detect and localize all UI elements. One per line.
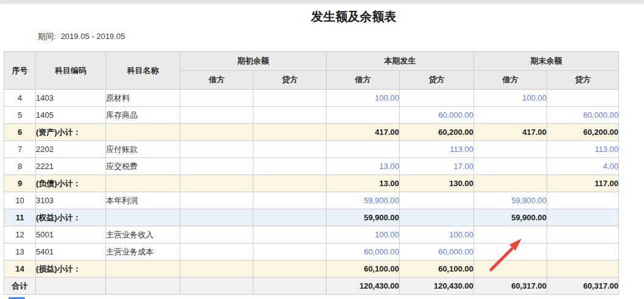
cell-ending-credit <box>547 226 619 243</box>
cell-current-debit-link[interactable]: 13.00 <box>327 158 400 175</box>
cell-code: 5401 <box>36 243 106 261</box>
cell-ending-debit: 60,317.00 <box>474 278 547 295</box>
table-row-10: 10 3103 本年利润 59,900.00 59,900.00 <box>4 192 619 209</box>
cell-current-debit: 120,430.00 <box>327 278 400 295</box>
cell-code: 2221 <box>36 158 106 175</box>
cell-opening-credit <box>253 226 327 243</box>
cell-opening-credit <box>253 141 327 158</box>
cell-current-credit-link[interactable]: 60,000.00 <box>400 107 474 124</box>
cell-seq: 4 <box>4 90 36 107</box>
report-page: 发生额及余额表 期间:2019.05 - 2019.05 序号 科目编码 科目名… <box>0 0 644 299</box>
cell-current-credit <box>400 209 474 226</box>
cell-seq: 5 <box>4 107 36 124</box>
cell-current-debit-link[interactable]: 59,900.00 <box>327 192 400 209</box>
cell-code: 2202 <box>36 141 106 158</box>
col-header-ending-credit: 贷方 <box>547 71 619 90</box>
cell-name <box>106 124 180 141</box>
cell-name: 原材料 <box>106 90 180 107</box>
cell-name <box>106 209 180 226</box>
cell-opening-credit <box>253 90 327 107</box>
cell-ending-credit <box>547 192 619 209</box>
cell-opening-credit <box>253 158 327 175</box>
cell-opening-debit <box>180 90 253 107</box>
cell-current-credit-link[interactable]: 113.00 <box>400 141 474 158</box>
cell-ending-debit <box>474 175 547 192</box>
col-group-ending-balance: 期末余额 <box>474 52 619 71</box>
col-header-opening-debit: 借方 <box>180 71 253 90</box>
table-row-4: 4 1403 原材料 100.00 100.00 <box>4 90 619 107</box>
col-header-seq: 序号 <box>4 52 36 90</box>
cell-ending-credit <box>547 90 619 107</box>
cell-current-debit: 59,900.00 <box>327 209 400 226</box>
cell-ending-credit: 60,200.00 <box>547 124 619 141</box>
cell-current-credit-link[interactable]: 60,000.00 <box>400 243 474 261</box>
cell-ending-debit <box>474 226 547 243</box>
cell-current-debit: 60,100.00 <box>327 261 400 278</box>
cell-name <box>106 278 180 295</box>
grand-total-row: 合计 120,430.00 120,430.00 60,317.00 60,31… <box>4 278 619 295</box>
cell-seq: 7 <box>4 141 36 158</box>
period-label: 期间: <box>38 32 56 41</box>
cell-current-debit-link[interactable]: 100.00 <box>327 90 400 107</box>
col-header-opening-credit: 贷方 <box>253 71 327 90</box>
cell-current-credit-link[interactable]: 100.00 <box>400 226 474 243</box>
cell-opening-debit <box>180 192 253 209</box>
cell-opening-debit <box>180 124 253 141</box>
period-line: 期间:2019.05 - 2019.05 <box>38 31 125 42</box>
cell-opening-debit <box>180 209 253 226</box>
cell-ending-credit-link[interactable]: 4.00 <box>547 158 619 175</box>
cell-name: 主营业务收入 <box>106 226 180 243</box>
cell-current-debit <box>327 141 400 158</box>
cell-opening-credit <box>253 175 327 192</box>
table-row-13: 13 5401 主营业务成本 60,000.00 60,000.00 <box>4 243 619 261</box>
cell-ending-credit: 117.00 <box>547 175 619 192</box>
subtotal-row-liabilities: 9 (负债)小计： 13.00 130.00 117.00 <box>4 175 619 192</box>
cell-ending-credit: 60,317.00 <box>547 278 619 295</box>
cell-seq: 8 <box>4 158 36 175</box>
cell-code <box>36 278 106 295</box>
cell-seq: 11 <box>4 209 36 226</box>
cell-current-debit: 13.00 <box>327 175 400 192</box>
cell-current-credit <box>400 90 474 107</box>
cell-ending-debit: 59,900.00 <box>474 209 547 226</box>
cell-current-debit-link[interactable]: 60,000.00 <box>327 243 400 261</box>
cell-ending-credit-link[interactable]: 113.00 <box>547 141 619 158</box>
col-header-ending-debit: 借方 <box>474 71 547 90</box>
cell-code: 3103 <box>36 192 106 209</box>
table-row-8: 8 2221 应交税费 13.00 17.00 4.00 <box>4 158 619 175</box>
cell-seq: 14 <box>4 261 36 278</box>
cell-ending-debit-link[interactable]: 100.00 <box>474 90 547 107</box>
cell-code: 1405 <box>36 107 106 124</box>
cell-code: 1403 <box>36 90 106 107</box>
subtotal-row-equity: 11 (权益)小计： 59,900.00 59,900.00 <box>4 209 619 226</box>
col-header-name: 科目名称 <box>106 52 180 90</box>
cell-ending-credit-link[interactable]: 60,000.00 <box>547 107 619 124</box>
cell-opening-credit <box>253 243 327 261</box>
cell-current-credit: 60,200.00 <box>400 124 474 141</box>
cell-ending-debit <box>474 107 547 124</box>
cell-opening-debit <box>180 158 253 175</box>
cell-opening-credit <box>253 124 327 141</box>
cell-code: 5001 <box>36 226 106 243</box>
cell-current-credit-link[interactable]: 17.00 <box>400 158 474 175</box>
cell-subtotal-label: (权益)小计： <box>36 209 106 226</box>
toolbar-bottom-edge <box>0 0 644 3</box>
cell-name: 库存商品 <box>106 107 180 124</box>
cell-name <box>106 261 180 278</box>
cell-current-debit-link[interactable]: 100.00 <box>327 226 400 243</box>
cell-ending-debit: 417.00 <box>474 124 547 141</box>
cell-opening-debit <box>180 175 253 192</box>
cell-opening-credit <box>253 107 327 124</box>
cell-current-credit: 120,430.00 <box>400 278 474 295</box>
cell-seq: 6 <box>4 124 36 141</box>
period-value: 2019.05 - 2019.05 <box>61 32 126 41</box>
cell-ending-debit-link[interactable]: 59,900.00 <box>474 192 547 209</box>
cell-current-debit <box>327 107 400 124</box>
subtotal-row-assets: 6 (资产)小计： 417.00 60,200.00 417.00 60,200… <box>4 124 619 141</box>
cell-seq: 12 <box>4 226 36 243</box>
cell-ending-credit <box>547 261 619 278</box>
table-row-5: 5 1405 库存商品 60,000.00 60,000.00 <box>4 107 619 124</box>
cell-seq: 9 <box>4 175 36 192</box>
cell-name: 本年利润 <box>106 192 180 209</box>
cell-opening-credit <box>253 209 327 226</box>
